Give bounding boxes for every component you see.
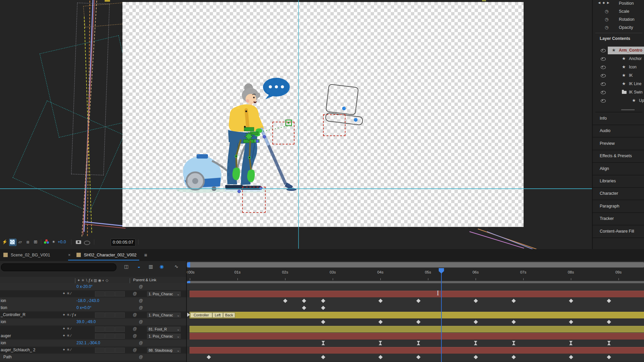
guide-vertical[interactable] [298, 0, 299, 249]
panel-tab-preview[interactable]: Preview [593, 137, 644, 150]
view-layout-icon[interactable]: ⊞ [32, 239, 39, 245]
keyframe-diamond[interactable] [512, 355, 516, 359]
layer-name-fragment[interactable]: auger_Schlauch_ 2 [1, 347, 35, 353]
tab-scene-02-bg[interactable]: Scene_02_BG_V001 [11, 249, 50, 261]
safe-margins-icon[interactable]: ⧈ [24, 239, 31, 245]
keyframe-hold[interactable] [607, 341, 611, 345]
parent-link-dropdown[interactable]: 1. Pos_Charac⌄ [147, 333, 181, 339]
panel-tab-info[interactable]: Info [593, 112, 644, 125]
layer-wireframe-square[interactable] [325, 84, 359, 115]
keyframe-diamond[interactable] [283, 299, 287, 303]
visibility-eye-icon[interactable] [601, 99, 606, 103]
panel-tab-effects-presets[interactable]: Effects & Presets [593, 150, 644, 163]
layer-contents-item[interactable]: IK Swin [593, 88, 644, 97]
layer-duration-bar[interactable] [190, 291, 644, 297]
layer-duration-bar[interactable] [190, 326, 644, 333]
selection-box-3[interactable] [323, 114, 345, 136]
panel-menu-icon[interactable]: ≡ [144, 249, 147, 261]
layer-name-fragment[interactable]: tion [1, 304, 7, 311]
keyframe-diamond[interactable] [416, 299, 421, 303]
anchor-dot-2[interactable] [354, 118, 358, 122]
keyframe-diamond[interactable] [607, 355, 611, 359]
layer-marker[interactable]: Left [212, 312, 223, 318]
guide-horizontal[interactable] [0, 188, 592, 189]
visibility-eye-icon[interactable] [601, 49, 606, 52]
visibility-eye-icon[interactable] [601, 74, 606, 77]
keyframe-track[interactable] [187, 318, 644, 326]
selection-box-1[interactable] [272, 122, 294, 144]
keyframe-hold[interactable] [569, 341, 573, 345]
keyframe-track[interactable] [187, 340, 644, 347]
visibility-eye-icon[interactable] [601, 57, 606, 61]
show-snapshot-icon[interactable] [84, 241, 90, 245]
layer-contents-item[interactable]: ★Up [593, 97, 644, 105]
layer-contents-item[interactable]: ★IK [593, 71, 644, 80]
navigator-start-handle[interactable] [187, 262, 190, 267]
pickwhip-icon[interactable]: @ [133, 325, 137, 332]
keyframe-diamond[interactable] [321, 306, 325, 310]
visibility-eye-icon[interactable] [601, 91, 606, 94]
property-row[interactable]: ion232.1 ,-304.0@ [0, 340, 187, 347]
keyframe-track[interactable] [187, 304, 644, 312]
property-row[interactable]: tion0 x+0.0°@ [0, 304, 187, 312]
time-ruler[interactable]: 0:00s01s02s03s04s05s06s07s08s09s [187, 268, 644, 281]
layer-row[interactable]: auger✦✳∕@1. Pos_Charac⌄ [0, 333, 187, 340]
time-navigator-strip[interactable] [187, 262, 644, 267]
graph-editor-icon[interactable]: ∿ [174, 264, 178, 269]
transform-row-scale[interactable]: ◷Scale [593, 7, 644, 15]
switch-cell[interactable] [105, 291, 115, 297]
timeline-search-input[interactable] [1, 263, 116, 271]
keyframe-diamond[interactable] [207, 355, 211, 359]
property-value[interactable]: 0 x+0.0° [76, 304, 92, 311]
parent-link-dropdown[interactable]: 81. Foot_R⌄ [147, 326, 181, 332]
keyframe-diamond[interactable] [416, 320, 421, 324]
keyframe-hold[interactable] [417, 341, 420, 345]
property-row[interactable]: ion-18.0 ,-243.0@ [0, 297, 187, 305]
stopwatch-icon[interactable]: ◷ [605, 25, 608, 30]
layer-name-fragment[interactable]: ion [1, 318, 6, 325]
panel-tab-audio[interactable]: Audio [593, 125, 644, 137]
layer-switches[interactable]: ✦✳∕ [62, 291, 72, 296]
pickwhip-icon[interactable]: @ [133, 290, 137, 297]
keyframe-nav-icon[interactable]: ◀ ◆ ▶ [598, 1, 610, 4]
layer-contents-item[interactable]: ★Arm_Contro [593, 46, 644, 55]
pickwhip-icon[interactable]: @ [139, 304, 143, 311]
keyframe-hold[interactable] [474, 341, 477, 345]
keyframe-diamond[interactable] [416, 355, 421, 359]
layer-row[interactable]: ✦✳∕@1. Pos_Charac⌄ [0, 290, 187, 298]
keyframe-diamond[interactable] [321, 355, 325, 359]
keyframe-hold[interactable] [322, 341, 325, 345]
switch-cell[interactable] [95, 326, 105, 332]
stopwatch-icon[interactable]: ◷ [605, 17, 608, 22]
layer-name-fragment[interactable]: _Controller_R [1, 311, 25, 318]
property-value[interactable]: 232.1 ,-304.0 [76, 340, 100, 346]
layer-bar-track[interactable] [187, 290, 644, 298]
pickwhip-icon[interactable]: @ [133, 333, 137, 339]
transparency-grid-icon[interactable] [9, 239, 16, 246]
layer-bar-track[interactable] [187, 325, 644, 333]
keyframe-diamond[interactable] [321, 320, 325, 324]
motion-blur-icon[interactable]: ◉ [160, 264, 164, 269]
pickwhip-icon[interactable]: @ [139, 283, 143, 290]
layer-name-fragment[interactable]: auger [1, 333, 11, 339]
stopwatch-icon[interactable]: ◷ [605, 9, 608, 14]
keyframe-diamond[interactable] [569, 320, 573, 324]
layer-bar-track[interactable] [187, 347, 644, 354]
parent-link-dropdown[interactable]: 88. Staubsaug⌄ [147, 347, 181, 353]
parent-link-header[interactable]: Parent & Link [133, 278, 156, 282]
pickwhip-icon[interactable]: @ [139, 297, 143, 304]
switch-cell[interactable] [105, 348, 115, 353]
panel-tab-libraries[interactable]: Libraries [593, 175, 644, 188]
panel-tab-content-aware-fill[interactable]: Content-Aware Fill [593, 225, 644, 238]
transform-row-position[interactable]: ◀ ◆ ▶Position [593, 0, 644, 7]
comp-flowchart-icon[interactable]: ◫ [124, 264, 128, 269]
pickwhip-icon[interactable]: @ [139, 354, 143, 360]
layer-switches[interactable]: ✦✳∕ [62, 348, 72, 352]
switch-cell[interactable] [115, 312, 125, 318]
layer-contents-item[interactable]: ★IK Line [593, 80, 644, 88]
pickwhip-icon[interactable]: @ [133, 311, 137, 318]
playhead-line[interactable] [441, 268, 442, 362]
property-row[interactable]: ion39.0 ,-49.0@ [0, 318, 187, 326]
timecode-display[interactable]: 0:00:05:07 [111, 239, 136, 246]
keyframe-diamond[interactable] [607, 299, 611, 303]
